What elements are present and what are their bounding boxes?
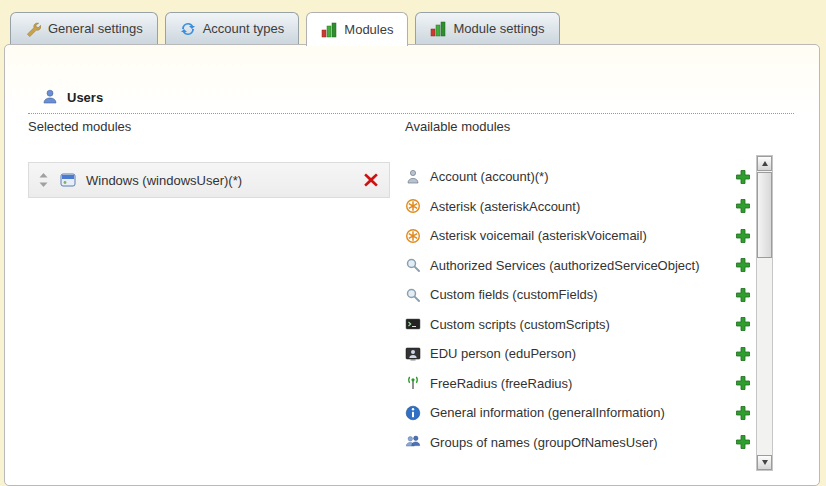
tab-bar: General settings Account types Modules M… bbox=[10, 12, 560, 46]
section-title: Users bbox=[67, 90, 103, 105]
user-icon bbox=[42, 89, 58, 105]
available-modules-label: Available modules bbox=[405, 119, 510, 134]
available-module-row: Account (account)(*) bbox=[405, 162, 753, 192]
scrollbar-thumb[interactable] bbox=[757, 172, 772, 258]
plus-icon bbox=[735, 257, 751, 273]
triangle-up-icon bbox=[762, 161, 768, 166]
content-panel: Users Selected modules Available modules… bbox=[4, 44, 820, 486]
available-module-label: Custom fields (customFields) bbox=[430, 287, 735, 302]
asterisk-icon bbox=[405, 198, 421, 214]
windows-icon bbox=[60, 172, 76, 188]
add-module-button[interactable] bbox=[735, 434, 751, 450]
plus-icon bbox=[735, 316, 751, 332]
plus-icon bbox=[735, 346, 751, 362]
available-module-label: EDU person (eduPerson) bbox=[430, 346, 735, 361]
available-modules-list: Account (account)(*) Asterisk (asteriskA… bbox=[405, 162, 753, 457]
plus-icon bbox=[735, 375, 751, 391]
plus-icon bbox=[735, 434, 751, 450]
tab-account-types[interactable]: Account types bbox=[165, 12, 300, 44]
available-module-row: FreeRadius (freeRadius) bbox=[405, 369, 753, 399]
available-modules-scrollbar[interactable] bbox=[756, 155, 773, 471]
plus-icon bbox=[735, 405, 751, 421]
available-module-label: Asterisk voicemail (asteriskVoicemail) bbox=[430, 228, 735, 243]
add-module-button[interactable] bbox=[735, 287, 751, 303]
magnifier-icon bbox=[405, 287, 421, 303]
tab-label: Module settings bbox=[453, 21, 544, 36]
tab-label: General settings bbox=[48, 21, 143, 36]
app-window: Users Selected modules Available modules… bbox=[0, 0, 826, 486]
selected-module-label: Windows (windowsUser)(*) bbox=[86, 173, 363, 188]
available-module-row: Authorized Services (authorizedServiceOb… bbox=[405, 251, 753, 281]
add-module-button[interactable] bbox=[735, 198, 751, 214]
scroll-down-button[interactable] bbox=[757, 455, 772, 470]
available-module-label: Groups of names (groupOfNamesUser) bbox=[430, 435, 735, 450]
sync-arrows-icon bbox=[180, 21, 196, 37]
tab-module-settings[interactable]: Module settings bbox=[415, 12, 559, 44]
color-blocks-icon bbox=[321, 22, 337, 38]
add-module-button[interactable] bbox=[735, 405, 751, 421]
section-heading-users: Users bbox=[28, 89, 794, 114]
available-module-label: Custom scripts (customScripts) bbox=[430, 317, 735, 332]
plus-icon bbox=[735, 169, 751, 185]
tab-general-settings[interactable]: General settings bbox=[10, 12, 158, 44]
plus-icon bbox=[735, 198, 751, 214]
add-module-button[interactable] bbox=[735, 228, 751, 244]
delete-x-icon bbox=[363, 172, 379, 188]
terminal-icon bbox=[405, 316, 421, 332]
magnifier-icon bbox=[405, 257, 421, 273]
add-module-button[interactable] bbox=[735, 346, 751, 362]
available-module-row: Custom scripts (customScripts) bbox=[405, 310, 753, 340]
available-module-label: Account (account)(*) bbox=[430, 169, 735, 184]
person-icon bbox=[405, 169, 421, 185]
available-module-row: Asterisk (asteriskAccount) bbox=[405, 192, 753, 222]
selected-module-row[interactable]: Windows (windowsUser)(*) bbox=[28, 162, 390, 198]
remove-module-button[interactable] bbox=[363, 172, 379, 188]
available-module-row: Groups of names (groupOfNamesUser) bbox=[405, 428, 753, 458]
group-icon bbox=[405, 434, 421, 450]
available-module-row: EDU person (eduPerson) bbox=[405, 339, 753, 369]
drag-handle-icon[interactable] bbox=[39, 173, 48, 187]
plus-icon bbox=[735, 287, 751, 303]
info-icon bbox=[405, 405, 421, 421]
tab-label: Modules bbox=[344, 22, 393, 37]
available-module-row: General information (generalInformation) bbox=[405, 398, 753, 428]
available-module-label: Authorized Services (authorizedServiceOb… bbox=[430, 258, 735, 273]
triangle-down-icon bbox=[762, 460, 768, 465]
add-module-button[interactable] bbox=[735, 257, 751, 273]
selected-modules-list: Windows (windowsUser)(*) bbox=[28, 162, 390, 198]
tab-modules[interactable]: Modules bbox=[306, 12, 408, 46]
add-module-button[interactable] bbox=[735, 169, 751, 185]
available-module-row: Asterisk voicemail (asteriskVoicemail) bbox=[405, 221, 753, 251]
add-module-button[interactable] bbox=[735, 316, 751, 332]
color-blocks-icon bbox=[430, 21, 446, 37]
add-module-button[interactable] bbox=[735, 375, 751, 391]
wrench-icon bbox=[25, 21, 41, 37]
plus-icon bbox=[735, 228, 751, 244]
available-module-label: General information (generalInformation) bbox=[430, 405, 735, 420]
antenna-icon bbox=[405, 375, 421, 391]
tab-label: Account types bbox=[203, 21, 285, 36]
available-module-row: Custom fields (customFields) bbox=[405, 280, 753, 310]
asterisk-icon bbox=[405, 228, 421, 244]
available-module-label: FreeRadius (freeRadius) bbox=[430, 376, 735, 391]
scroll-up-button[interactable] bbox=[757, 156, 772, 171]
monitor-person-icon bbox=[405, 346, 421, 362]
available-module-label: Asterisk (asteriskAccount) bbox=[430, 199, 735, 214]
selected-modules-label: Selected modules bbox=[28, 119, 131, 134]
